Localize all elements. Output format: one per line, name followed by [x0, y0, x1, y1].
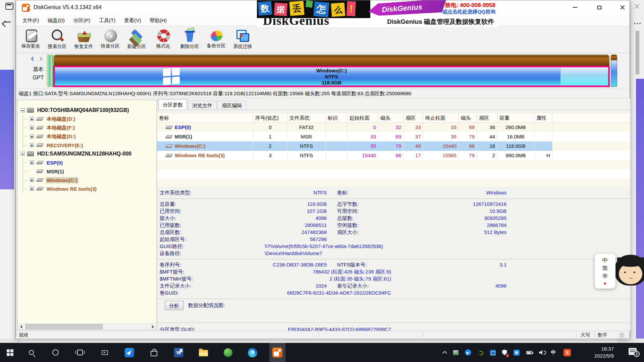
table-row-3[interactable]: Windows RE tools(3)3NTFS1544096171556579…	[157, 151, 630, 160]
menu-view[interactable]: 查看(V)	[120, 15, 145, 26]
notification-center-icon[interactable]: 2	[629, 348, 637, 355]
tree-item-label: 本地磁盘(D:)	[46, 116, 76, 123]
tree-item-local-d[interactable]: 本地磁盘(D:)	[17, 115, 157, 123]
scroll-right-button[interactable]	[150, 324, 156, 329]
expand-plus-icon[interactable]	[30, 126, 34, 130]
new-partition-icon	[130, 29, 144, 43]
close-button[interactable]	[615, 2, 630, 13]
table-row-0[interactable]: ESP(0)0FAT3203233336936260.0MB	[157, 123, 630, 132]
expand-minus-icon[interactable]	[21, 108, 25, 112]
security-shield-icon[interactable]	[499, 343, 510, 362]
scrollbar-thumb[interactable]	[25, 324, 103, 329]
toolbar-backup-partition-button[interactable]: 备份分区	[203, 26, 229, 53]
heart-icon: ♥	[604, 281, 607, 286]
ime-indicator[interactable]: 中	[548, 343, 559, 362]
expand-plus-icon[interactable]	[30, 161, 34, 165]
toolbar-delete-partition-button[interactable]: 删除分区	[176, 26, 203, 53]
sogou-icon[interactable]: S	[562, 343, 573, 362]
toolbar-recover-files-button[interactable]: 恢复文件	[70, 26, 97, 53]
thunder-icon[interactable]	[121, 343, 138, 362]
toolbar-quick-partition-button[interactable]: 快速分区	[97, 26, 123, 53]
ime-popup[interactable]: 中 简 半 ♥	[595, 254, 615, 289]
toolbar-save-changes-button[interactable]: 保存更改	[17, 26, 44, 53]
menu-tools[interactable]: 工具(T)	[95, 15, 120, 26]
intel-graphics-icon[interactable]	[487, 343, 498, 362]
update-check-icon[interactable]	[450, 343, 461, 362]
nav-right-icon[interactable]	[38, 57, 43, 61]
power-icon[interactable]	[524, 343, 535, 362]
menu-partition[interactable]: 分区(P)	[69, 15, 95, 26]
tab-sector-edit[interactable]: 扇区编辑	[217, 101, 246, 110]
table-cell: 260.0MB	[497, 123, 534, 132]
expand-plus-icon[interactable]	[30, 117, 34, 121]
messaging-icon[interactable]	[463, 343, 473, 362]
taskbar-clock[interactable]: 18:37 2022/5/9	[594, 345, 614, 359]
menu-file[interactable]: 文件(F)	[18, 15, 43, 26]
windows-c-partition-block[interactable]: Windows(C:) NTFS 118.0GB	[54, 55, 609, 87]
toolbar-search-partition-button[interactable]: 搜索分区	[44, 26, 70, 53]
tree-item-msr[interactable]: MSR(1)	[17, 167, 157, 176]
table-row-1[interactable]: MSR(1)1MSR33693735794416.0MB	[157, 132, 630, 141]
task-view-icon[interactable]	[72, 343, 88, 362]
ad-banner[interactable]: 数据丢怎么! DiskGenius DiskGenius 致电: 400-008…	[257, 0, 497, 27]
tree-item-hd0[interactable]: HD0:TOSHIBAMQ04ABF100(932GB)	[17, 106, 157, 115]
store-icon[interactable]	[146, 343, 162, 362]
esp-partition-block[interactable]	[47, 55, 50, 87]
partition-body[interactable]: Windows(C:) NTFS 118.0GB	[54, 66, 609, 87]
tree-item-local-f[interactable]: 本地磁盘(F:)	[17, 123, 157, 132]
msr-partition-block[interactable]	[50, 55, 53, 87]
tree-item-esp[interactable]: ESP(0)	[17, 158, 157, 167]
clipped-row: 分区类型 GUID:EBD0A0A2-B9E5-4433-87C0-68B6B7…	[157, 325, 630, 331]
edge-icon[interactable]	[245, 343, 261, 362]
search-icon[interactable]	[23, 343, 39, 362]
menu-help[interactable]: 帮助(H)	[145, 15, 171, 26]
volume-icon[interactable]	[536, 343, 547, 362]
start-icon[interactable]	[2, 343, 18, 362]
analyze-button[interactable]: 分析	[165, 301, 183, 310]
ad-qq-link[interactable]: 或点击此处选择QQ咨询	[442, 9, 495, 15]
toolbar-system-migration-button[interactable]: 系统迁移	[229, 26, 256, 53]
resize-grip[interactable]	[620, 333, 624, 338]
tree-item-recovery-e[interactable]: RECOVERY(E:)	[17, 141, 157, 149]
menu-disk[interactable]: 磁盘(D)	[43, 15, 69, 26]
word-icon[interactable]: W	[171, 343, 187, 362]
table-row-2[interactable]: Windows(C:)2NTFS357945154409616118.0GB	[157, 141, 630, 151]
table-cell: 79	[459, 132, 477, 141]
background-window-icon	[5, 3, 13, 10]
expand-plus-icon[interactable]	[30, 143, 34, 147]
pinned-app-icon[interactable]	[97, 343, 113, 362]
expand-plus-icon[interactable]	[30, 187, 34, 191]
tree-item-windows-re[interactable]: Windows RE tools(3)	[17, 184, 157, 193]
toolbar-format-button[interactable]: 格式化	[150, 26, 176, 53]
scroll-left-button[interactable]	[18, 324, 24, 329]
partition-name: Windows(C:)	[55, 68, 608, 74]
tab-partition-params[interactable]: 分区参数	[158, 99, 187, 110]
tree-item-windows-c[interactable]: Windows(C:)	[17, 176, 157, 184]
nvidia-icon[interactable]	[475, 343, 486, 362]
detail-row: 文件记录大小:1024索引记录大小:4096	[157, 283, 630, 290]
snowflake-icon[interactable]	[511, 343, 522, 362]
edge-icon	[248, 348, 257, 357]
file-explorer-icon[interactable]	[195, 343, 211, 362]
diskgenius-icon[interactable]	[269, 343, 285, 362]
toolbar-new-partition-button[interactable]: 新建分区	[123, 26, 150, 53]
tray-expand-icon[interactable]	[439, 343, 450, 362]
expand-plus-icon[interactable]	[30, 178, 34, 182]
windows-re-partition-block[interactable]	[611, 55, 617, 87]
nav-left-icon[interactable]	[31, 57, 35, 61]
green-app-icon[interactable]	[220, 343, 236, 362]
tab-browse-files[interactable]: 浏览文件	[188, 101, 217, 110]
partition-body-small	[611, 60, 617, 87]
minimize-button[interactable]	[567, 2, 583, 13]
tree-item-label: HD1:SAMSUNGMZNLN128HAHQ-000	[36, 150, 132, 157]
expand-plus-icon[interactable]	[30, 134, 34, 138]
expand-minus-icon[interactable]	[21, 152, 25, 156]
task-view-icon	[77, 350, 83, 355]
tree-horizontal-scrollbar[interactable]	[18, 323, 156, 329]
tree-item-hd1[interactable]: HD1:SAMSUNGMZNLN128HAHQ-000	[17, 149, 157, 158]
detail-label: 设备路径:	[160, 250, 181, 257]
toolbar: 保存更改搜索分区恢复文件快速分区新建分区格式化删除分区备份分区系统迁移	[16, 26, 630, 53]
cortana-icon[interactable]	[47, 343, 63, 362]
maximize-button[interactable]	[592, 2, 607, 13]
tree-item-local-g[interactable]: 本地磁盘(G:)	[17, 132, 157, 141]
